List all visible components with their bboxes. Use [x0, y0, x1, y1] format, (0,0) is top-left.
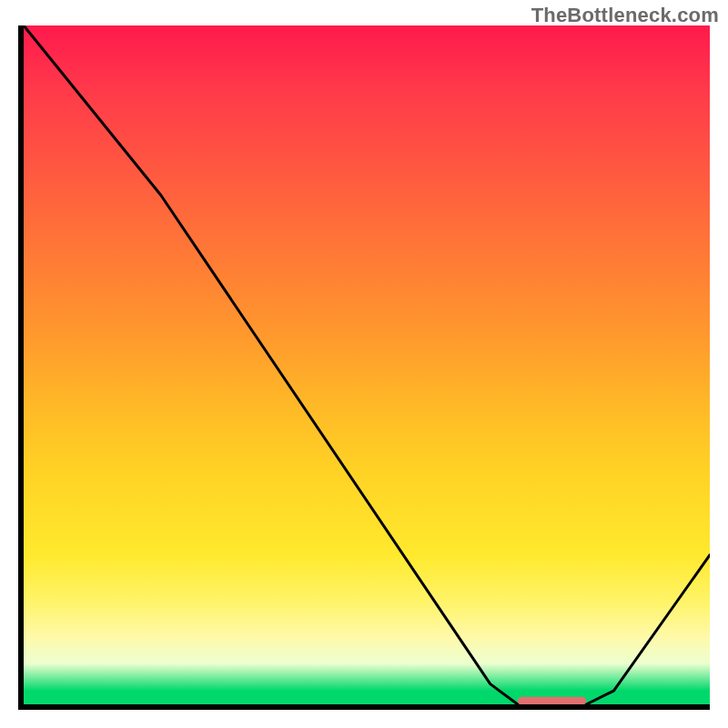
plot-area — [24, 25, 710, 704]
chart-root: TheBottleneck.com — [0, 0, 728, 728]
watermark-text: TheBottleneck.com — [531, 4, 719, 27]
optimal-range-marker — [518, 697, 586, 704]
bottleneck-curve — [24, 25, 710, 704]
chart-svg — [24, 25, 710, 704]
